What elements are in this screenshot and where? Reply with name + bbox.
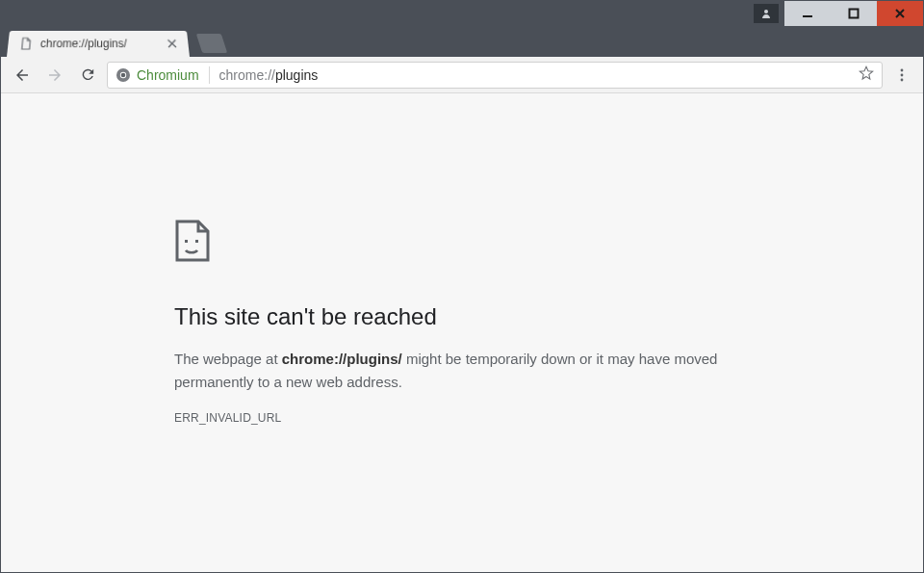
window-close-button[interactable] — [877, 1, 923, 26]
file-icon — [19, 38, 34, 51]
tab-strip: chrome://plugins/ — [1, 26, 923, 57]
error-desc-pre: The webpage at — [174, 351, 282, 367]
address-bar[interactable]: Chromium chrome://plugins — [107, 62, 883, 89]
error-code: ERR_INVALID_URL — [174, 411, 742, 425]
error-block: This site can't be reached The webpage a… — [174, 219, 742, 425]
browser-menu-button[interactable] — [888, 62, 915, 89]
error-title: This site can't be reached — [174, 303, 742, 330]
window-minimize-button[interactable] — [784, 1, 831, 26]
sad-file-icon — [174, 219, 742, 267]
url-path: plugins — [275, 67, 318, 83]
origin-chip: Chromium — [137, 67, 199, 83]
svg-point-6 — [901, 68, 904, 71]
page-content: This site can't be reached The webpage a… — [1, 93, 923, 572]
error-description: The webpage at chrome://plugins/ might b… — [174, 348, 742, 394]
browser-tab[interactable]: chrome://plugins/ — [7, 31, 190, 57]
svg-rect-1 — [803, 15, 812, 17]
chromium-icon — [116, 67, 131, 83]
bookmark-star-icon[interactable] — [859, 65, 874, 84]
window: chrome://plugins/ Chromium chrome://plug… — [0, 0, 924, 573]
browser-toolbar: Chromium chrome://plugins — [1, 57, 923, 93]
url-scheme: chrome:// — [219, 67, 275, 83]
back-button[interactable] — [9, 62, 36, 89]
tab-close-button[interactable] — [165, 38, 179, 51]
svg-point-7 — [901, 73, 904, 76]
omnibox-separator — [209, 66, 210, 84]
tab-title: chrome://plugins/ — [39, 38, 127, 51]
new-tab-button[interactable] — [196, 34, 227, 53]
window-maximize-button[interactable] — [831, 1, 877, 26]
svg-rect-2 — [850, 10, 859, 18]
reload-button[interactable] — [74, 62, 101, 89]
svg-point-5 — [121, 72, 126, 77]
svg-point-0 — [764, 10, 768, 13]
account-button[interactable] — [754, 4, 779, 23]
svg-rect-10 — [195, 240, 198, 243]
svg-point-8 — [901, 78, 904, 81]
window-titlebar — [1, 1, 923, 26]
svg-rect-9 — [185, 240, 188, 243]
forward-button[interactable] — [41, 62, 68, 89]
error-desc-url: chrome://plugins/ — [282, 351, 402, 367]
